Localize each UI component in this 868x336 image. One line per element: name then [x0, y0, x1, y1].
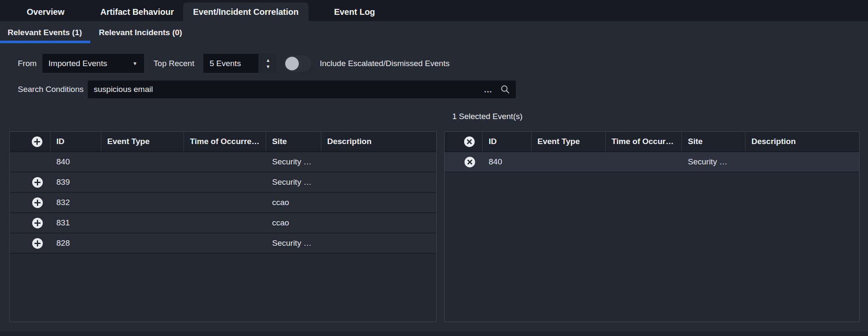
cell-site: ccao: [266, 213, 321, 233]
cell-id: 832: [50, 193, 101, 212]
top-recent-label: Top Recent: [153, 59, 194, 68]
add-cell: [10, 152, 50, 172]
cell-time: [184, 233, 266, 253]
cell-id: 828: [50, 233, 101, 253]
table-row[interactable]: 828 Security …: [10, 233, 436, 254]
tab-event-incident-correlation[interactable]: Event/Incident Correlation: [183, 3, 309, 21]
table-header-row: ID Event Type Time of Occurre… Site Desc…: [10, 132, 436, 152]
cell-id: 840: [50, 152, 101, 172]
cell-event-type: [101, 193, 184, 212]
cell-time: [184, 172, 266, 192]
from-select-value: Imported Events: [48, 59, 107, 68]
search-icon[interactable]: [501, 85, 510, 94]
header-id: ID: [483, 132, 531, 151]
top-recent-stepper: ▲ ▼: [259, 54, 276, 73]
header-description: Description: [746, 132, 859, 151]
cell-site: Security …: [266, 152, 321, 172]
filter-row: From Imported Events ▼ Top Recent 5 Even…: [18, 54, 450, 73]
cell-id: 831: [50, 213, 101, 233]
table-row[interactable]: 832 ccao: [10, 193, 436, 213]
caret-down-icon: ▼: [132, 61, 137, 67]
cell-time: [184, 213, 266, 233]
cell-id: 840: [483, 152, 531, 172]
add-event-icon[interactable]: [32, 218, 43, 228]
sub-tab-bar: Relevant Events (1) Relevant Incidents (…: [0, 21, 868, 44]
cell-id: 839: [50, 172, 101, 192]
available-events-table: ID Event Type Time of Occurre… Site Desc…: [9, 131, 437, 322]
remove-event-icon[interactable]: [465, 157, 475, 167]
cell-event-type: [101, 172, 184, 192]
cell-time: [184, 152, 266, 172]
cell-time: [184, 193, 266, 212]
add-cell: [10, 172, 50, 192]
search-input-value: suspicious email: [94, 85, 484, 94]
cell-description: [746, 152, 859, 172]
include-escalated-toggle[interactable]: [284, 56, 311, 72]
from-select[interactable]: Imported Events ▼: [42, 54, 144, 73]
tab-label: Event/Incident Correlation: [193, 7, 299, 17]
cell-description: [321, 213, 436, 233]
table-row[interactable]: 840 Security …: [10, 152, 436, 172]
cell-event-type: [101, 213, 184, 233]
header-time-of-occurrence: Time of Occurre…: [184, 132, 266, 151]
cell-event-type: [101, 233, 184, 253]
top-recent-input[interactable]: 5 Events: [203, 54, 259, 73]
add-event-icon[interactable]: [32, 197, 43, 208]
bottom-divider: [0, 331, 868, 336]
from-label: From: [18, 59, 36, 68]
cell-site: Security …: [682, 152, 746, 172]
stepper-up-icon[interactable]: ▲: [262, 57, 275, 64]
table-row[interactable]: 840 Security …: [445, 152, 859, 172]
cell-site: ccao: [266, 193, 321, 212]
subtab-relevant-incidents[interactable]: Relevant Incidents (0): [90, 21, 190, 44]
tab-overview[interactable]: Overview: [0, 3, 91, 21]
tab-label: Artifact Behaviour: [100, 7, 174, 17]
search-input[interactable]: suspicious email …: [88, 81, 516, 98]
tab-event-log[interactable]: Event Log: [309, 3, 401, 21]
include-escalated-label: Include Escalated/Dismissed Events: [320, 59, 449, 68]
cell-site: Security …: [266, 172, 321, 192]
search-conditions-label: Search Conditions: [18, 85, 83, 94]
add-all-events-icon[interactable]: [32, 136, 42, 147]
cell-description: [321, 233, 436, 253]
add-cell: [10, 213, 50, 233]
top-tab-bar: Overview Artifact Behaviour Event/Incide…: [0, 0, 868, 21]
toggle-knob: [285, 57, 299, 70]
selected-events-table: ID Event Type Time of Occur… Site Descri…: [444, 131, 860, 322]
cell-event-type: [101, 152, 184, 172]
header-event-type: Event Type: [531, 132, 606, 151]
add-all-header-cell: [10, 132, 50, 151]
cell-event-type: [531, 152, 606, 172]
search-row: Search Conditions suspicious email …: [18, 81, 516, 98]
header-id: ID: [50, 132, 101, 151]
add-cell: [10, 193, 50, 212]
table-header-row: ID Event Type Time of Occur… Site Descri…: [445, 132, 859, 152]
stepper-down-icon[interactable]: ▼: [262, 64, 275, 70]
selected-events-summary: 1 Selected Event(s): [452, 112, 523, 121]
subtab-label: Relevant Incidents (0): [99, 28, 182, 37]
tab-label: Event Log: [334, 7, 375, 17]
top-recent-value: 5 Events: [209, 59, 241, 68]
add-cell: [10, 233, 50, 253]
remove-all-header-cell: [445, 132, 483, 151]
table-row[interactable]: 831 ccao: [10, 213, 436, 233]
cell-time: [606, 152, 682, 172]
add-event-icon[interactable]: [32, 177, 43, 188]
tab-label: Overview: [27, 7, 64, 17]
remove-cell: [445, 152, 483, 172]
subtab-relevant-events[interactable]: Relevant Events (1): [0, 21, 90, 44]
add-event-icon[interactable]: [32, 238, 43, 249]
subtab-label: Relevant Events (1): [8, 28, 82, 37]
remove-all-events-icon[interactable]: [464, 136, 475, 147]
header-event-type: Event Type: [101, 132, 184, 151]
header-site: Site: [682, 132, 746, 151]
cell-description: [321, 172, 436, 192]
header-site: Site: [266, 132, 321, 151]
tab-artifact-behaviour[interactable]: Artifact Behaviour: [91, 3, 183, 21]
table-row[interactable]: 839 Security …: [10, 172, 436, 193]
more-options-icon[interactable]: …: [484, 87, 493, 92]
cell-description: [321, 193, 436, 212]
cell-site: Security …: [266, 233, 321, 253]
cell-description: [321, 152, 436, 172]
header-time-of-occurrence: Time of Occur…: [606, 132, 682, 151]
